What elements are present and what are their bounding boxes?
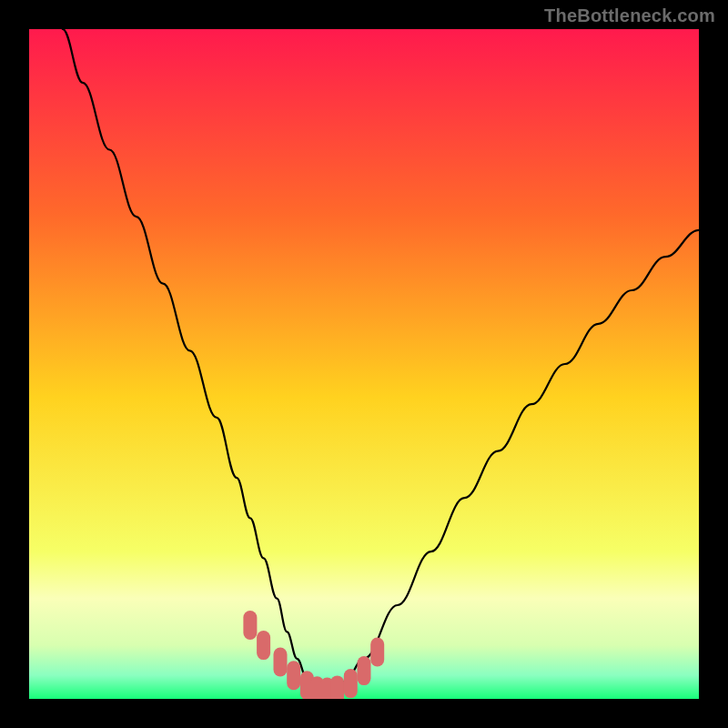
watermark-text: TheBottleneck.com xyxy=(544,5,715,26)
highlight-marker xyxy=(370,638,384,667)
highlight-marker xyxy=(287,661,300,690)
chart-svg xyxy=(29,29,699,699)
highlight-marker xyxy=(344,669,358,698)
highlight-marker xyxy=(330,675,344,699)
highlight-marker xyxy=(274,648,288,677)
plot-area xyxy=(29,29,699,699)
gradient-background xyxy=(29,29,699,699)
highlight-marker xyxy=(243,611,257,640)
highlight-marker xyxy=(257,631,270,660)
highlight-marker xyxy=(358,656,371,685)
chart-frame: TheBottleneck.com xyxy=(0,0,728,728)
